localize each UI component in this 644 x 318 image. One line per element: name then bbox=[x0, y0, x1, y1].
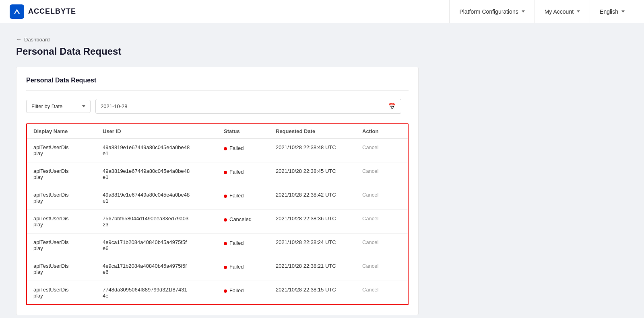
logo-text: ACCELBYTE bbox=[28, 7, 76, 16]
cell-status: Failed bbox=[217, 234, 269, 257]
status-label: Failed bbox=[229, 145, 244, 151]
cell-status: Failed bbox=[217, 162, 269, 186]
main-content: ← Dashboard Personal Data Request Person… bbox=[0, 23, 644, 318]
breadcrumb-dashboard-link[interactable]: Dashboard bbox=[24, 37, 50, 43]
status-dot bbox=[224, 242, 227, 245]
cancel-button[interactable]: Cancel bbox=[362, 192, 378, 198]
cancel-button[interactable]: Cancel bbox=[362, 239, 378, 245]
status-dot bbox=[224, 218, 227, 222]
cell-display-name: apiTestUserDisplay bbox=[27, 162, 96, 186]
table-row: apiTestUserDisplay7748da3095064f889799d3… bbox=[27, 281, 408, 305]
cell-display-name: apiTestUserDisplay bbox=[27, 281, 96, 305]
filter-by-date-label: Filter by Date bbox=[31, 103, 62, 109]
cancel-button[interactable]: Cancel bbox=[362, 168, 378, 174]
cell-requested-date: 2021/10/28 22:38:21 UTC bbox=[269, 257, 356, 281]
filters-row: Filter by Date 2021-10-28 📅 bbox=[26, 99, 409, 114]
col-header-display-name: Display Name bbox=[27, 124, 96, 139]
breadcrumb-arrow: ← bbox=[16, 36, 22, 43]
table-row: apiTestUserDisplay4e9ca171b2084a40840b45… bbox=[27, 234, 408, 257]
chevron-down-icon bbox=[577, 10, 580, 12]
platform-configurations-label: Platform Configurations bbox=[459, 8, 518, 15]
chevron-down-icon bbox=[621, 10, 625, 12]
table-row: apiTestUserDisplay49a8819e1e67449a80c045… bbox=[27, 186, 408, 210]
status-label: Failed bbox=[229, 193, 244, 199]
cell-requested-date: 2021/10/28 22:38:42 UTC bbox=[269, 186, 356, 210]
cancel-button[interactable]: Cancel bbox=[362, 287, 378, 293]
cell-user-id: 49a8819e1e67449a80c045e4a0be48e1 bbox=[96, 162, 217, 186]
cell-action: Cancel bbox=[356, 162, 408, 186]
cell-action: Cancel bbox=[356, 186, 408, 210]
cancel-button[interactable]: Cancel bbox=[362, 263, 378, 269]
date-value: 2021-10-28 bbox=[101, 103, 128, 109]
col-header-status: Status bbox=[217, 124, 269, 139]
status-label: Canceled bbox=[229, 216, 252, 222]
cell-status: Failed bbox=[217, 281, 269, 305]
breadcrumb: ← Dashboard bbox=[16, 36, 628, 43]
status-dot bbox=[224, 195, 227, 198]
cell-status: Failed bbox=[217, 186, 269, 210]
date-input[interactable]: 2021-10-28 📅 bbox=[95, 99, 401, 114]
cell-user-id: 49a8819e1e67449a80c045e4a0be48e1 bbox=[96, 139, 217, 162]
status-label: Failed bbox=[229, 169, 244, 175]
cancel-button[interactable]: Cancel bbox=[362, 144, 378, 150]
my-account-nav[interactable]: My Account bbox=[535, 0, 590, 23]
cell-user-id: 7567bbf658044d1490eea33ed79a0323 bbox=[96, 210, 217, 234]
card-title: Personal Data Request bbox=[26, 77, 409, 91]
cell-status: Failed bbox=[217, 139, 269, 162]
chevron-down-icon bbox=[82, 105, 85, 107]
language-label: English bbox=[600, 8, 618, 15]
data-table-container: Display Name User ID Status Requested Da… bbox=[26, 123, 409, 305]
cell-action: Cancel bbox=[356, 139, 408, 162]
cell-requested-date: 2021/10/28 22:38:24 UTC bbox=[269, 234, 356, 257]
cell-action: Cancel bbox=[356, 234, 408, 257]
cell-action: Cancel bbox=[356, 210, 408, 234]
header-nav: Platform Configurations My Account Engli… bbox=[449, 0, 634, 23]
logo-icon bbox=[10, 4, 24, 19]
platform-configurations-nav[interactable]: Platform Configurations bbox=[449, 0, 534, 23]
header: ACCELBYTE Platform Configurations My Acc… bbox=[0, 0, 644, 23]
status-dot bbox=[224, 266, 227, 269]
status-dot bbox=[224, 289, 227, 293]
table-row: apiTestUserDisplay49a8819e1e67449a80c045… bbox=[27, 139, 408, 162]
filter-by-date-select[interactable]: Filter by Date bbox=[26, 100, 91, 113]
col-header-user-id: User ID bbox=[96, 124, 217, 139]
cell-user-id: 7748da3095064f889799d321f874314e bbox=[96, 281, 217, 305]
col-header-requested-date: Requested Date bbox=[269, 124, 356, 139]
status-label: Failed bbox=[229, 287, 244, 293]
personal-data-request-card: Personal Data Request Filter by Date 202… bbox=[16, 67, 419, 315]
cell-display-name: apiTestUserDisplay bbox=[27, 257, 96, 281]
cell-display-name: apiTestUserDisplay bbox=[27, 186, 96, 210]
col-header-action: Action bbox=[356, 124, 408, 139]
cell-requested-date: 2021/10/28 22:38:48 UTC bbox=[269, 139, 356, 162]
cell-action: Cancel bbox=[356, 257, 408, 281]
table-row: apiTestUserDisplay4e9ca171b2084a40840b45… bbox=[27, 257, 408, 281]
cell-user-id: 4e9ca171b2084a40840b45a4975f5fe6 bbox=[96, 257, 217, 281]
cell-display-name: apiTestUserDisplay bbox=[27, 139, 96, 162]
calendar-icon: 📅 bbox=[388, 103, 396, 110]
table-row: apiTestUserDisplay7567bbf658044d1490eea3… bbox=[27, 210, 408, 234]
status-dot bbox=[224, 171, 227, 174]
status-dot bbox=[224, 147, 227, 150]
cell-user-id: 49a8819e1e67449a80c045e4a0be48e1 bbox=[96, 186, 217, 210]
cell-display-name: apiTestUserDisplay bbox=[27, 234, 96, 257]
status-label: Failed bbox=[229, 240, 244, 246]
table-row: apiTestUserDisplay49a8819e1e67449a80c045… bbox=[27, 162, 408, 186]
cell-requested-date: 2021/10/28 22:38:36 UTC bbox=[269, 210, 356, 234]
my-account-label: My Account bbox=[545, 8, 574, 15]
cell-requested-date: 2021/10/28 22:38:15 UTC bbox=[269, 281, 356, 305]
cell-status: Failed bbox=[217, 257, 269, 281]
cell-requested-date: 2021/10/28 22:38:45 UTC bbox=[269, 162, 356, 186]
cell-status: Canceled bbox=[217, 210, 269, 234]
table-body: apiTestUserDisplay49a8819e1e67449a80c045… bbox=[27, 139, 408, 305]
logo[interactable]: ACCELBYTE bbox=[10, 4, 76, 19]
cell-display-name: apiTestUserDisplay bbox=[27, 210, 96, 234]
cell-action: Cancel bbox=[356, 281, 408, 305]
cell-user-id: 4e9ca171b2084a40840b45a4975f5fe6 bbox=[96, 234, 217, 257]
chevron-down-icon bbox=[522, 10, 525, 12]
personal-data-table: Display Name User ID Status Requested Da… bbox=[27, 124, 408, 304]
table-header: Display Name User ID Status Requested Da… bbox=[27, 124, 408, 139]
page-title: Personal Data Request bbox=[16, 46, 628, 57]
status-label: Failed bbox=[229, 264, 244, 270]
language-nav[interactable]: English bbox=[590, 0, 634, 23]
cancel-button[interactable]: Cancel bbox=[362, 215, 378, 222]
